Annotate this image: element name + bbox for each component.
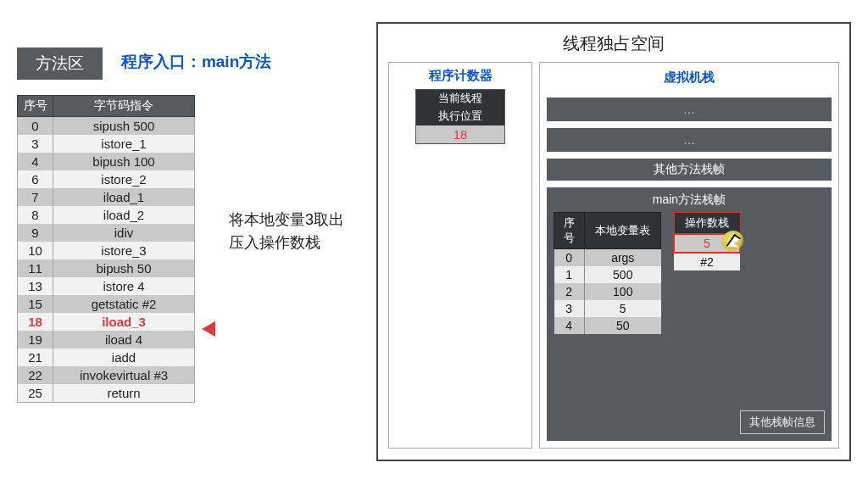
locals-val: 100	[585, 283, 661, 300]
bytecode-row: 21iadd	[18, 348, 195, 366]
program-counter-box: 程序计数器 当前线程 执行位置 18	[388, 62, 532, 449]
bytecode-instr: bipush 50	[53, 259, 195, 277]
annotation-text: 将本地变量3取出 压入操作数栈	[229, 209, 344, 254]
bytecode-row: 9idiv	[18, 224, 195, 242]
bytecode-row: 4bipush 100	[18, 153, 195, 170]
vm-stack-box: 虚拟机栈 … … 其他方法栈帧 main方法栈帧 序号 本地变量表 0args1…	[539, 62, 839, 449]
current-instruction-pointer-icon	[202, 321, 215, 337]
opstack-val: 5	[674, 234, 740, 253]
locals-val: args	[585, 249, 661, 267]
pc-inner: 当前线程 执行位置 18	[415, 89, 505, 144]
pc-hdr2: 执行位置	[416, 108, 504, 125]
bytecode-idx: 9	[18, 224, 53, 242]
bytecode-row: 18iload_3	[18, 313, 195, 331]
locals-idx: 3	[554, 300, 585, 317]
operand-stack-table: 操作数栈 5#2	[673, 212, 741, 270]
bytecode-row: 6istore_2	[18, 170, 195, 188]
locals-table: 序号 本地变量表 0args1500210035450	[554, 212, 661, 334]
bytecode-instr: iload_3	[53, 313, 195, 331]
bytecode-row: 8iload_2	[18, 206, 195, 224]
bytecode-instr: iload_1	[53, 188, 195, 206]
locals-row: 2100	[554, 283, 661, 300]
bytecode-table: 序号 字节码指令 0sipush 5003istore_14bipush 100…	[17, 95, 195, 403]
operand-stack-wrap: 操作数栈 5#2	[673, 212, 741, 270]
bytecode-instr: istore_3	[53, 242, 195, 259]
bytecode-idx: 22	[18, 366, 53, 384]
opstack-header: 操作数栈	[674, 213, 740, 235]
bytecode-idx: 0	[18, 117, 53, 136]
annotation-line2: 压入操作数栈	[229, 231, 344, 254]
main-frame-title: main方法栈帧	[554, 192, 825, 208]
bytecode-idx: 6	[18, 170, 53, 188]
col-idx: 序号	[18, 96, 53, 117]
locals-val: 50	[585, 317, 661, 334]
bytecode-idx: 25	[18, 384, 53, 403]
locals-idx: 4	[554, 317, 585, 334]
vm-stack-title: 虚拟机栈	[547, 70, 832, 86]
annotation-line1: 将本地变量3取出	[229, 209, 344, 231]
other-stack-info: 其他栈帧信息	[740, 410, 825, 434]
bytecode-instr: iload 4	[53, 331, 195, 348]
bytecode-instr: iload_2	[53, 206, 195, 224]
bytecode-row: 15getstatic #2	[18, 295, 195, 313]
left-panel: 方法区 程序入口：main方法 序号 字节码指令 0sipush 5003ist…	[17, 47, 373, 403]
opstack-val: #2	[674, 253, 740, 270]
bytecode-instr: istore_2	[53, 170, 195, 188]
entry-label: 程序入口：main方法	[121, 47, 271, 73]
bytecode-idx: 21	[18, 348, 53, 366]
thread-panel: 线程独占空间 程序计数器 当前线程 执行位置 18 虚拟机栈 … … 其他方法栈…	[376, 22, 851, 461]
bytecode-idx: 13	[18, 277, 53, 295]
bytecode-instr: sipush 500	[53, 117, 195, 136]
bytecode-instr: idiv	[53, 224, 195, 242]
locals-row: 35	[554, 300, 661, 317]
thread-panel-title: 线程独占空间	[378, 24, 849, 62]
col-instr: 字节码指令	[53, 96, 195, 117]
locals-row: 450	[554, 317, 661, 334]
bytecode-instr: bipush 100	[53, 153, 195, 170]
bytecode-idx: 15	[18, 295, 53, 313]
bytecode-row: 19iload 4	[18, 331, 195, 348]
pc-title: 程序计数器	[394, 68, 526, 84]
bytecode-row: 22invokevirtual #3	[18, 366, 195, 384]
method-area-tag: 方法区	[17, 47, 103, 80]
bytecode-row: 13istore 4	[18, 277, 195, 295]
pc-value: 18	[416, 125, 504, 143]
bytecode-instr: invokevirtual #3	[53, 366, 195, 384]
bytecode-row: 11bipush 50	[18, 259, 195, 277]
bytecode-row: 7iload_1	[18, 188, 195, 206]
locals-idx: 2	[554, 283, 585, 300]
bytecode-row: 10istore_3	[18, 242, 195, 259]
locals-col-idx: 序号	[554, 213, 585, 249]
bytecode-instr: getstatic #2	[53, 295, 195, 313]
stack-ellipsis-2: …	[547, 128, 832, 152]
bytecode-row: 0sipush 500	[18, 117, 195, 136]
bytecode-row: 3istore_1	[18, 135, 195, 153]
bytecode-idx: 19	[18, 331, 53, 348]
opstack-row: #2	[674, 253, 740, 270]
locals-row: 1500	[554, 266, 661, 283]
main-frame: main方法栈帧 序号 本地变量表 0args1500210035450	[547, 187, 832, 441]
locals-idx: 0	[554, 249, 585, 267]
stack-ellipsis-1: …	[547, 98, 832, 121]
bytecode-idx: 18	[18, 313, 53, 331]
locals-val: 500	[585, 266, 661, 283]
bytecode-idx: 8	[18, 206, 53, 224]
locals-val: 5	[585, 300, 661, 317]
opstack-row: 5	[674, 234, 740, 253]
bytecode-instr: istore 4	[53, 277, 195, 295]
bytecode-instr: iadd	[53, 348, 195, 366]
other-frames-label: 其他方法栈帧	[547, 159, 832, 181]
bytecode-idx: 11	[18, 259, 53, 277]
bytecode-instr: return	[53, 384, 195, 403]
locals-row: 0args	[554, 249, 661, 267]
bytecode-instr: istore_1	[53, 135, 195, 153]
bytecode-idx: 3	[18, 135, 53, 153]
bytecode-idx: 4	[18, 153, 53, 170]
bytecode-idx: 7	[18, 188, 53, 206]
bytecode-row: 25return	[18, 384, 195, 403]
pc-hdr1: 当前线程	[416, 90, 504, 108]
locals-col-name: 本地变量表	[585, 213, 661, 249]
locals-idx: 1	[554, 266, 585, 283]
bytecode-idx: 10	[18, 242, 53, 259]
